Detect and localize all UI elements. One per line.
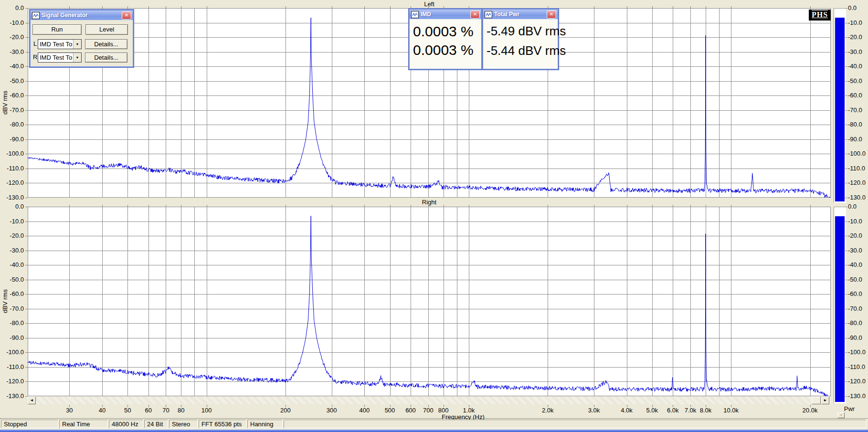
l-signal-select[interactable]: IMD Test To ▼	[38, 39, 82, 49]
total-pwr-value-right: -5.44 dBV rms	[487, 41, 555, 61]
y-tick-label: -20.0	[0, 232, 24, 240]
close-icon[interactable]: ✕	[122, 11, 131, 20]
status-segment: Stopped	[1, 420, 58, 428]
chevron-down-icon[interactable]: ▼	[73, 40, 81, 49]
plot-edge-tick	[594, 6, 594, 9]
y-tick-label: -50.0	[0, 276, 24, 284]
total-pwr-titlebar[interactable]: Total Pwr ✕	[483, 10, 558, 19]
meter-scale-label: -130.0	[848, 194, 866, 201]
imd-titlebar[interactable]: IMD ✕	[410, 10, 481, 19]
y-tick-mark	[25, 183, 28, 183]
plot-edge-tick	[652, 205, 653, 207]
x-tick-label: 30	[55, 407, 84, 414]
scrollbar-thumb[interactable]	[812, 397, 821, 404]
l-details-button[interactable]: Details...	[85, 39, 127, 49]
y-tick-mark	[25, 8, 28, 9]
meter-tick-mark	[845, 381, 847, 382]
signal-generator-titlebar[interactable]: Signal Generator ✕	[31, 11, 133, 20]
imd-window: IMD ✕ 0.0003 % 0.0003 %	[409, 9, 482, 70]
total-pwr-value-left: -5.49 dBV rms	[487, 21, 555, 41]
plot-edge-tick	[207, 205, 207, 207]
plot-edge-tick	[444, 6, 444, 9]
y-tick-label: -110.0	[0, 165, 24, 172]
y-tick-label: -90.0	[0, 136, 24, 143]
meter-tick-mark	[845, 265, 847, 265]
chevron-down-icon[interactable]: ▼	[73, 53, 81, 62]
power-meter-right	[834, 207, 846, 403]
y-tick-mark	[25, 139, 28, 140]
plot-edge-tick	[69, 205, 70, 207]
total-pwr-title: Total Pwr	[494, 11, 545, 18]
plot-edge-tick	[548, 205, 548, 207]
meter-tick-mark	[845, 367, 847, 368]
meter-tick-mark	[845, 352, 847, 353]
meter-scale-label: -40.0	[848, 63, 862, 70]
y-tick-label: -90.0	[0, 334, 24, 342]
close-icon[interactable]: ✕	[470, 11, 480, 19]
close-icon[interactable]: ✕	[547, 11, 556, 19]
meter-scale-label: -110.0	[848, 165, 865, 172]
y-tick-mark	[25, 265, 28, 265]
imd-value-left: 0.0003 %	[413, 22, 479, 41]
meter-tick-mark	[845, 221, 847, 222]
window-bottom-edge	[0, 430, 868, 432]
plot-edge-tick	[127, 6, 128, 9]
plot-edge-tick	[706, 6, 706, 9]
channel-r-label: R	[33, 53, 37, 61]
scroll-right-arrow-icon[interactable]: ►	[821, 397, 829, 404]
level-button[interactable]: Level	[85, 24, 128, 35]
y-tick-mark	[25, 81, 28, 82]
y-tick-label: -30.0	[0, 247, 24, 254]
plot-edge-tick	[652, 6, 653, 9]
plot-edge-tick	[390, 205, 391, 207]
meter-tick-mark	[845, 95, 847, 96]
y-tick-mark	[25, 154, 28, 154]
y-axis-unit-left-bottom: dBV rms	[1, 280, 8, 323]
x-tick-label: 300	[318, 407, 346, 414]
meter-scale-label: 0.0	[848, 4, 857, 12]
meter-tick-mark	[845, 81, 847, 82]
r-signal-select[interactable]: IMD Test To ▼	[38, 53, 82, 63]
plot-edge-tick	[627, 205, 627, 207]
x-tick-label: 4.0k	[613, 407, 641, 414]
meter-scale-label: -40.0	[848, 261, 862, 269]
total-pwr-window: Total Pwr ✕ -5.49 dBV rms -5.44 dBV rms	[482, 9, 559, 70]
plot-edge-tick	[627, 6, 627, 9]
x-tick-label: 3.0k	[580, 407, 608, 414]
scroll-left-arrow-icon[interactable]: ◄	[28, 397, 36, 404]
power-meter-left	[834, 8, 846, 203]
meter-tick-mark	[845, 323, 847, 324]
meter-scale-label: -110.0	[848, 363, 865, 371]
meter-tick-mark	[845, 154, 847, 154]
y-tick-label: -30.0	[0, 48, 24, 56]
power-meter-bar-right	[835, 216, 845, 402]
meter-scale-label: -100.0	[848, 348, 866, 356]
run-button[interactable]: Run	[32, 24, 82, 35]
plot-edge-tick	[690, 205, 691, 207]
channel-l-label: L	[33, 40, 37, 47]
meter-minimize-button[interactable]: -	[837, 412, 845, 418]
y-tick-label: -70.0	[0, 305, 24, 313]
r-details-button[interactable]: Details...	[85, 53, 127, 63]
plot-edge-tick	[548, 6, 548, 9]
meter-scale-label: -60.0	[848, 290, 862, 298]
y-tick-label: -130.0	[0, 392, 24, 400]
plot-edge-tick	[673, 205, 673, 207]
signal-generator-title: Signal Generator	[42, 12, 120, 19]
y-tick-mark	[25, 125, 28, 125]
y-tick-label: -60.0	[0, 92, 24, 99]
meter-scale-label: -120.0	[848, 378, 866, 385]
plot-edge-tick	[810, 205, 811, 207]
horizontal-scrollbar[interactable]: ◄ ►	[28, 397, 831, 404]
plot-edge-tick	[810, 6, 811, 9]
y-tick-label: 0.0	[0, 203, 24, 211]
y-tick-label: -40.0	[0, 63, 24, 70]
plot-edge-tick	[731, 6, 731, 9]
spectrum-trace	[28, 216, 831, 397]
meter-scale-label: -70.0	[848, 305, 862, 313]
spectrum-plot-right[interactable]	[28, 207, 831, 396]
plot-edge-tick	[594, 205, 594, 207]
y-tick-label: -120.0	[0, 378, 24, 385]
status-segment: 24 Bit	[144, 420, 168, 428]
plot-edge-tick	[332, 205, 332, 207]
